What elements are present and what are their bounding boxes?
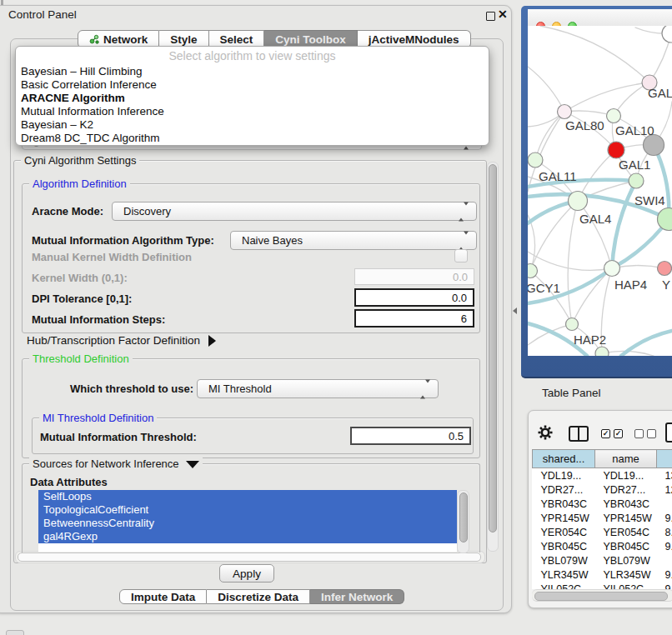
mi-threshold-definition-title: MI Threshold Definition	[39, 412, 157, 424]
table-column-header[interactable]: name	[595, 450, 657, 468]
split-panes-icon[interactable]	[569, 426, 589, 442]
table-cell: 8.	[657, 525, 672, 539]
attribute-item[interactable]: BetweennessCentrality	[38, 517, 457, 530]
table-row[interactable]: YBL079WYBL079W	[533, 553, 672, 568]
attributes-list-scrollbar[interactable]	[457, 490, 469, 553]
algorithm-option[interactable]: Mutual Information Inference	[16, 105, 489, 118]
algorithm-option[interactable]: Bayesian – Hill Climbing	[16, 65, 489, 78]
bottom-left-button-fragment[interactable]	[6, 630, 24, 635]
mi-algorithm-type-combo[interactable]: Naive Bayes	[230, 231, 477, 250]
table-hscroll-thumb[interactable]	[534, 592, 668, 601]
tab-label: Select	[220, 33, 253, 46]
graph-node[interactable]	[662, 26, 672, 42]
algorithm-option[interactable]: ARACNE Algorithm	[16, 92, 489, 105]
graph-node[interactable]	[604, 261, 620, 277]
attributes-scroll-thumb[interactable]	[459, 492, 468, 542]
mi-steps-label: Mutual Information Steps:	[32, 313, 165, 326]
node-table-viewport: shared...nameA YDL19...YDL19...13YDR27..…	[532, 449, 672, 589]
graph-node[interactable]	[608, 142, 624, 158]
dpi-tolerance-field[interactable]: 0.0	[354, 288, 474, 307]
graph-edge	[528, 252, 612, 270]
mi-threshold-field[interactable]: 0.5	[350, 427, 471, 445]
table-cell: 9.	[657, 539, 672, 553]
table-cell: YBR045C	[533, 539, 595, 553]
table-row[interactable]: YBR043CYBR043C	[533, 497, 672, 511]
settings-hscroll-thumb[interactable]	[18, 552, 481, 562]
select-all-checkbox-icon-2[interactable]: ✓	[614, 429, 623, 438]
table-column-header[interactable]: shared...	[533, 450, 595, 468]
settings-vertical-scrollbar[interactable]	[487, 162, 499, 552]
graph-node[interactable]	[658, 208, 672, 231]
settings-horizontal-scrollbar[interactable]	[15, 551, 485, 563]
expand-right-icon	[208, 335, 216, 347]
graph-node[interactable]	[607, 109, 621, 123]
table-row[interactable]: YDR27...YDR27...12	[533, 482, 672, 497]
table-horizontal-scrollbar[interactable]	[532, 589, 672, 602]
table-row[interactable]: YDL19...YDL19...13	[533, 468, 672, 483]
mi-steps-field[interactable]: 6	[354, 309, 474, 328]
table-cell: YBR045C	[595, 539, 657, 553]
attribute-item[interactable]: SelfLoops	[38, 490, 457, 503]
table-panel-window: ✓ ✓ shared...nameA YDL19...YDL19...13YDR…	[528, 410, 672, 608]
table-row[interactable]: YBR045CYBR045C9.	[533, 539, 672, 553]
table-row[interactable]: YLR345WYLR345W9.	[533, 568, 672, 582]
graph-node[interactable]	[644, 135, 664, 156]
node-table: shared...nameA YDL19...YDL19...13YDR27..…	[532, 449, 672, 589]
deselect-all-checkbox-icon-2[interactable]	[647, 429, 656, 438]
graph-node[interactable]	[528, 152, 543, 168]
graph-node[interactable]	[566, 318, 579, 331]
table-row[interactable]: YIL052CYIL052C9.	[533, 582, 672, 589]
table-row[interactable]: YPR145WYPR145W9.	[533, 511, 672, 525]
graph-node[interactable]	[658, 262, 672, 276]
tab-infer-network[interactable]: Infer Network	[310, 589, 404, 604]
settings-vscroll-thumb[interactable]	[489, 164, 497, 532]
manual-kernel-width-checkbox[interactable]	[454, 249, 468, 262]
graph-node[interactable]	[558, 105, 572, 119]
graph-edge	[540, 26, 649, 82]
table-column-header[interactable]: A	[657, 450, 672, 468]
panel-divider-grip[interactable]	[513, 308, 517, 314]
tab-label: Network	[103, 33, 148, 46]
network-icon	[89, 34, 99, 44]
mi-algorithm-type-value: Naive Bayes	[242, 234, 303, 247]
data-attributes-label: Data Attributes	[30, 476, 108, 488]
graph-node[interactable]	[569, 192, 588, 211]
graph-node[interactable]	[528, 264, 538, 278]
network-window-titlebar[interactable]	[528, 9, 672, 27]
table-panel-title: Table Panel	[542, 387, 601, 399]
table-cell: YBR043C	[595, 497, 657, 511]
kernel-width-field[interactable]: 0.0	[354, 268, 474, 285]
cyni-bottom-tabstrip: Impute DataDiscretize DataInfer Network	[119, 589, 404, 604]
collapse-down-icon	[186, 461, 199, 468]
export-table-icon[interactable]	[665, 422, 672, 442]
algorithm-definition-title: Algorithm Definition	[29, 178, 130, 190]
float-window-icon[interactable]	[486, 12, 495, 21]
algorithm-option[interactable]: Basic Correlation Inference	[16, 78, 489, 92]
deselect-all-checkbox-icon[interactable]	[634, 429, 644, 438]
table-row[interactable]: YER054CYER054C8.	[533, 525, 672, 539]
hub-definition-toggle[interactable]: Hub/Transcription Factor Definition	[27, 334, 216, 347]
select-all-checkbox-icon[interactable]: ✓	[601, 429, 610, 438]
apply-button[interactable]: Apply	[219, 564, 274, 582]
which-threshold-combo[interactable]: MI Threshold	[197, 379, 439, 398]
table-cell: YDL19...	[533, 468, 595, 483]
algorithm-combo-placeholder[interactable]: Select algorithm to view settings	[16, 47, 489, 65]
tab-impute-data[interactable]: Impute Data	[119, 589, 207, 604]
graph-node[interactable]	[595, 347, 609, 356]
graph-node[interactable]	[629, 173, 644, 188]
network-canvas[interactable]: GALGAL80GAL10GAL1GAL11SWI4GAL4GCY1HAP4YH…	[528, 26, 672, 356]
tab-discretize-data[interactable]: Discretize Data	[207, 589, 310, 604]
graph-node-label: SWI4	[634, 193, 665, 208]
aracne-mode-combo[interactable]: Discovery	[112, 202, 477, 221]
graph-node-label: GAL	[648, 86, 672, 100]
graph-node-label: GAL1	[619, 158, 650, 172]
attribute-item[interactable]: TopologicalCoefficient	[38, 503, 457, 517]
algorithm-option[interactable]: Bayesian – K2	[16, 118, 489, 132]
network-graph[interactable]: GALGAL80GAL10GAL1GAL11SWI4GAL4GCY1HAP4YH…	[528, 26, 672, 356]
sources-group-title[interactable]: Sources for Network Inference	[29, 458, 203, 470]
gear-icon[interactable]	[538, 425, 553, 440]
algorithm-option[interactable]: Dream8 DC_TDC Algorithm	[16, 132, 489, 145]
sources-title-text: Sources for Network Inference	[33, 458, 179, 470]
close-icon[interactable]: ✕	[498, 8, 508, 21]
attribute-item[interactable]: gal4RGexp	[38, 530, 457, 543]
